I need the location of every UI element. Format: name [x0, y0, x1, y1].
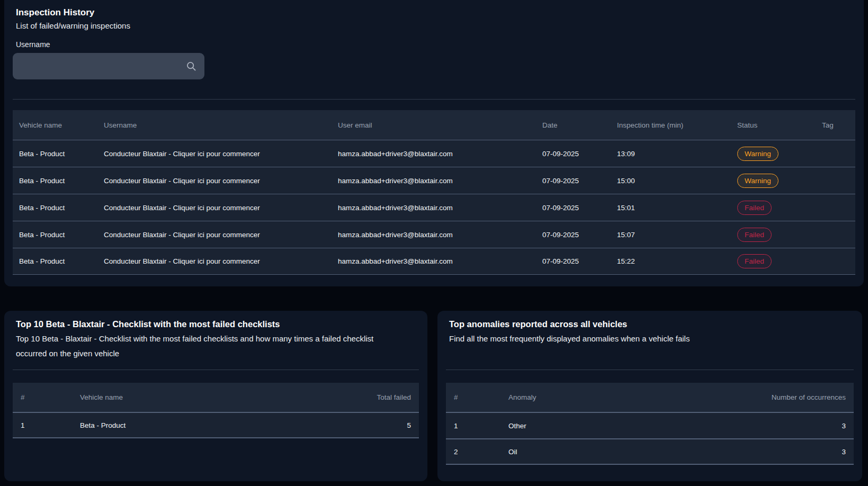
status-cell: Warning — [731, 147, 816, 161]
col-occurrences: Number of occurrences — [737, 393, 854, 401]
status-cell: Failed — [731, 201, 816, 215]
status-badge: Warning — [737, 147, 778, 161]
col-tag: Tag — [816, 121, 855, 129]
inspection-history-panel: Inspection History List of failed/warnin… — [4, 0, 864, 286]
filter-section-divider — [13, 99, 855, 100]
vehicle-name-cell: Beta - Product — [13, 231, 97, 239]
status-cell: Failed — [731, 228, 816, 242]
date-cell: 07-09-2025 — [536, 257, 611, 265]
inspection-time-cell: 15:00 — [611, 177, 731, 185]
top-anomalies-title: Top anomalies reported across all vehicl… — [449, 318, 854, 330]
total-failed-cell: 5 — [339, 421, 419, 429]
occurrences-cell: 3 — [737, 448, 854, 456]
user-email-cell: hamza.abbad+driver3@blaxtair.com — [332, 150, 536, 158]
status-badge: Failed — [737, 228, 772, 242]
top-anomalies-subtitle: Find all the most frequently displayed a… — [449, 331, 854, 346]
top-failed-divider — [13, 370, 419, 370]
page-title: Inspection History — [16, 6, 855, 19]
top-anomalies-divider — [446, 370, 854, 370]
username-search-input[interactable] — [13, 53, 204, 79]
bottom-panels-row: Top 10 Beta - Blaxtair - Checklist with … — [4, 311, 864, 481]
status-badge: Failed — [737, 201, 772, 215]
inspection-time-cell: 15:07 — [611, 231, 731, 239]
date-cell: 07-09-2025 — [536, 231, 611, 239]
col-status: Status — [731, 121, 816, 129]
col-vehicle-name: Vehicle name — [72, 393, 339, 401]
status-badge: Warning — [737, 174, 778, 188]
table-row[interactable]: 2 Oil 3 — [446, 438, 854, 465]
top-anomalies-table: # Anomaly Number of occurrences 1 Other … — [446, 383, 854, 465]
inspection-time-cell: 15:01 — [611, 204, 731, 212]
user-email-cell: hamza.abbad+driver3@blaxtair.com — [332, 204, 536, 212]
username-cell: Conducteur Blaxtair - Cliquer ici pour c… — [97, 150, 332, 158]
rank-cell: 1 — [13, 421, 72, 429]
inspection-time-cell: 13:09 — [611, 150, 731, 158]
vehicle-name-cell: Beta - Product — [13, 177, 97, 185]
vehicle-name-cell: Beta - Product — [13, 150, 97, 158]
user-email-cell: hamza.abbad+driver3@blaxtair.com — [332, 177, 536, 185]
rank-cell: 1 — [446, 422, 500, 430]
top-failed-panel: Top 10 Beta - Blaxtair - Checklist with … — [4, 311, 427, 481]
username-filter-label: Username — [16, 40, 855, 49]
top-anomalies-table-header: # Anomaly Number of occurrences — [446, 383, 854, 412]
username-cell: Conducteur Blaxtair - Cliquer ici pour c… — [97, 231, 332, 239]
table-row[interactable]: Beta - Product Conducteur Blaxtair - Cli… — [13, 221, 855, 248]
col-username: Username — [97, 121, 332, 129]
search-icon[interactable] — [185, 60, 197, 72]
occurrences-cell: 3 — [737, 422, 854, 430]
table-row[interactable]: Beta - Product Conducteur Blaxtair - Cli… — [13, 140, 855, 167]
col-user-email: User email — [332, 121, 536, 129]
date-cell: 07-09-2025 — [536, 150, 611, 158]
username-cell: Conducteur Blaxtair - Cliquer ici pour c… — [97, 257, 332, 265]
username-cell: Conducteur Blaxtair - Cliquer ici pour c… — [97, 204, 332, 212]
col-total-failed: Total failed — [339, 393, 419, 401]
top-anomalies-panel: Top anomalies reported across all vehicl… — [437, 311, 862, 481]
col-date: Date — [536, 121, 611, 129]
status-cell: Warning — [731, 174, 816, 188]
vehicle-name-cell: Beta - Product — [13, 257, 97, 265]
col-vehicle-name: Vehicle name — [13, 121, 97, 129]
col-inspection-time: Inspection time (min) — [611, 121, 731, 129]
top-failed-table-header: # Vehicle name Total failed — [13, 383, 419, 412]
table-row[interactable]: 1 Beta - Product 5 — [13, 412, 419, 438]
table-row[interactable]: 1 Other 3 — [446, 412, 854, 438]
username-search-box[interactable] — [13, 53, 204, 79]
status-cell: Failed — [731, 254, 816, 268]
table-row[interactable]: Beta - Product Conducteur Blaxtair - Cli… — [13, 248, 855, 275]
col-rank: # — [446, 393, 500, 401]
top-failed-table: # Vehicle name Total failed 1 Beta - Pro… — [13, 383, 419, 438]
inspection-time-cell: 15:22 — [611, 257, 731, 265]
rank-cell: 2 — [446, 448, 500, 456]
top-anomalies-header: Top anomalies reported across all vehicl… — [446, 318, 854, 363]
vehicle-name-cell: Beta - Product — [13, 204, 97, 212]
page-subtitle: List of failed/warning inspections — [16, 19, 855, 33]
date-cell: 07-09-2025 — [536, 177, 611, 185]
vehicle-name-cell: Beta - Product — [72, 421, 339, 429]
username-cell: Conducteur Blaxtair - Cliquer ici pour c… — [97, 177, 332, 185]
top-failed-header: Top 10 Beta - Blaxtair - Checklist with … — [13, 318, 419, 363]
col-rank: # — [13, 393, 72, 401]
anomaly-cell: Oil — [500, 448, 737, 456]
user-email-cell: hamza.abbad+driver3@blaxtair.com — [332, 231, 536, 239]
status-badge: Failed — [737, 254, 772, 268]
anomaly-cell: Other — [500, 422, 737, 430]
top-failed-subtitle: Top 10 Beta - Blaxtair - Checklist with … — [16, 331, 397, 361]
col-anomaly: Anomaly — [500, 393, 737, 401]
top-failed-title: Top 10 Beta - Blaxtair - Checklist with … — [16, 318, 419, 330]
table-row[interactable]: Beta - Product Conducteur Blaxtair - Cli… — [13, 167, 855, 194]
inspections-table: Vehicle name Username User email Date In… — [13, 110, 855, 275]
date-cell: 07-09-2025 — [536, 204, 611, 212]
inspections-table-header: Vehicle name Username User email Date In… — [13, 110, 855, 140]
user-email-cell: hamza.abbad+driver3@blaxtair.com — [332, 257, 536, 265]
table-row[interactable]: Beta - Product Conducteur Blaxtair - Cli… — [13, 194, 855, 221]
